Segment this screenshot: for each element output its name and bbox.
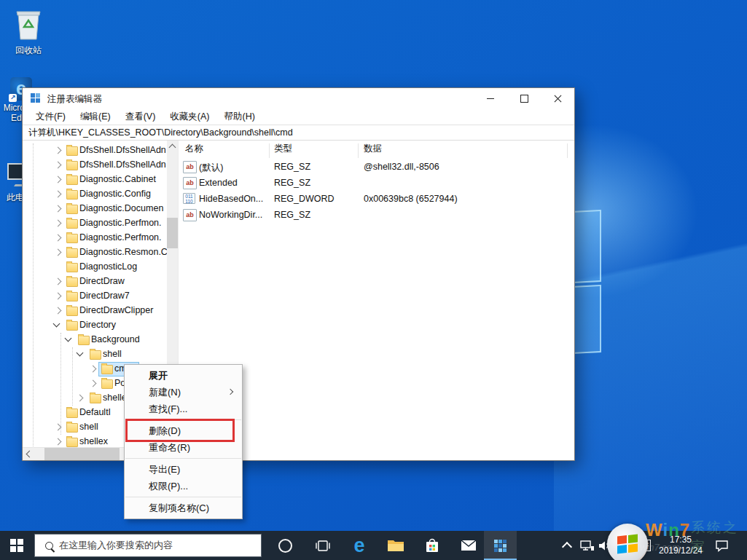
- taskbar-file-explorer-button[interactable]: [384, 531, 407, 560]
- menu-item-export[interactable]: 导出(E): [125, 461, 242, 478]
- cortana-button[interactable]: [274, 531, 296, 560]
- desktop-icon-recycle-bin[interactable]: 回收站: [2, 7, 55, 55]
- taskbar-clock[interactable]: 17:35 2019/12/24: [654, 535, 707, 556]
- tree-item[interactable]: Diagnostic.Resmon.C: [23, 245, 178, 260]
- submenu-arrow-icon: [227, 389, 233, 395]
- column-header-name[interactable]: 名称: [185, 143, 203, 156]
- string-value-icon: ab: [183, 209, 197, 221]
- chevron-right-icon[interactable]: [55, 191, 62, 198]
- folder-icon: [66, 277, 78, 287]
- tree-item[interactable]: DirectDrawClipper: [23, 304, 178, 318]
- tree-item[interactable]: DfsShell.DfsShellAdn: [23, 143, 178, 158]
- tree-item[interactable]: Diagnostic.Documen: [23, 202, 178, 216]
- tree-item[interactable]: Diagnostic.Perfmon.: [23, 216, 178, 231]
- title-bar[interactable]: 注册表编辑器: [23, 88, 574, 109]
- menu-item-copy-key-name[interactable]: 复制项名称(C): [125, 500, 242, 516]
- delete-annotation-red-box: [125, 419, 235, 442]
- chevron-right-icon[interactable]: [55, 293, 62, 300]
- menu-file[interactable]: 文件(F): [28, 111, 73, 123]
- column-header-type[interactable]: 类型: [274, 143, 292, 156]
- value-row[interactable]: ab (默认) REG_SZ @shell32.dll,-8506: [179, 159, 572, 176]
- menu-favorites[interactable]: 收藏夹(A): [163, 111, 216, 123]
- tree-item[interactable]: DirectDraw: [23, 275, 178, 289]
- menu-item-find[interactable]: 查找(F)...: [125, 401, 242, 417]
- chevron-right-icon[interactable]: [55, 176, 62, 184]
- tree-item-label: DirectDraw7: [79, 291, 130, 301]
- column-header-data[interactable]: 数据: [364, 143, 382, 156]
- chevron-right-icon[interactable]: [55, 162, 62, 169]
- chevron-down-icon[interactable]: [77, 350, 84, 357]
- scrollbar-thumb[interactable]: [44, 448, 120, 460]
- taskbar-mail-button[interactable]: [457, 531, 480, 560]
- tray-show-hidden-button[interactable]: [558, 531, 576, 560]
- tree-item[interactable]: DiagnosticLog: [23, 260, 178, 275]
- value-row[interactable]: ab NoWorkingDir... REG_SZ: [179, 208, 572, 224]
- chevron-right-icon[interactable]: [77, 395, 84, 402]
- chevron-right-icon[interactable]: [55, 205, 62, 213]
- desktop-icon-label: 回收站: [2, 45, 55, 55]
- volume-icon: [598, 540, 611, 551]
- tree-item[interactable]: Diagnostic.Perfmon.: [23, 231, 178, 245]
- value-type: REG_SZ: [274, 162, 310, 172]
- chevron-down-icon[interactable]: [53, 320, 60, 328]
- tree-item[interactable]: Diagnostic.Cabinet: [23, 173, 178, 187]
- search-icon: [45, 542, 53, 550]
- column-separator[interactable]: [269, 143, 270, 158]
- chevron-right-icon[interactable]: [55, 424, 62, 431]
- menu-edit[interactable]: 编辑(E): [73, 111, 118, 123]
- tray-ime-pinyin-button[interactable]: 拼: [637, 531, 653, 560]
- address-bar[interactable]: 计算机\HKEY_CLASSES_ROOT\Directory\Backgrou…: [23, 125, 574, 141]
- menu-item-permissions[interactable]: 权限(P)...: [125, 478, 242, 494]
- chevron-down-icon[interactable]: [65, 335, 72, 342]
- scroll-up-icon[interactable]: [169, 144, 176, 151]
- minimize-button[interactable]: [474, 88, 507, 109]
- tray-ime-mode-button[interactable]: 中: [614, 531, 630, 560]
- scrollbar-thumb[interactable]: [167, 218, 178, 248]
- taskbar-store-button[interactable]: [421, 531, 444, 560]
- cortana-icon: [278, 539, 292, 553]
- taskbar-search-input[interactable]: 在这里输入你要搜索的内容: [34, 534, 262, 557]
- chevron-right-icon[interactable]: [55, 220, 62, 227]
- value-data: 0x00639bc8 (6527944): [364, 194, 458, 204]
- tray-network-button[interactable]: [578, 531, 597, 560]
- start-button[interactable]: [0, 531, 34, 560]
- value-row[interactable]: ab Extended REG_SZ: [179, 176, 572, 192]
- folder-icon: [66, 292, 78, 301]
- tree-item[interactable]: DirectDraw7: [23, 289, 178, 304]
- scroll-left-icon[interactable]: [26, 451, 34, 458]
- tree-item-shell[interactable]: shell: [23, 347, 178, 362]
- column-separator[interactable]: [567, 143, 568, 158]
- folder-icon: [90, 350, 101, 360]
- menu-help[interactable]: 帮助(H): [216, 111, 262, 123]
- chevron-right-icon[interactable]: [55, 278, 62, 285]
- task-view-button[interactable]: [312, 531, 334, 560]
- search-placeholder: 在这里输入你要搜索的内容: [59, 539, 173, 552]
- chevron-right-icon[interactable]: [90, 380, 97, 387]
- tree-item-directory[interactable]: Directory: [23, 318, 178, 333]
- menu-item-new[interactable]: 新建(N): [125, 384, 242, 401]
- tray-volume-button[interactable]: [596, 531, 614, 560]
- string-value-icon: ab: [183, 161, 197, 173]
- chevron-right-icon[interactable]: [90, 366, 97, 373]
- tree-item[interactable]: DfsShell.DfsShellAdn: [23, 158, 178, 173]
- column-separator[interactable]: [358, 143, 359, 158]
- action-center-button[interactable]: [711, 531, 732, 560]
- folder-icon: [66, 190, 78, 200]
- tree-item-background[interactable]: Background: [23, 333, 178, 347]
- taskbar-edge-button[interactable]: e: [348, 531, 371, 560]
- maximize-button[interactable]: [507, 88, 541, 109]
- menu-item-expand[interactable]: 展开: [125, 367, 242, 384]
- chevron-right-icon[interactable]: [55, 147, 62, 154]
- value-row[interactable]: 011110 HideBasedOn... REG_DWORD 0x00639b…: [179, 192, 572, 208]
- folder-icon: [101, 365, 113, 374]
- chevron-right-icon[interactable]: [55, 249, 62, 256]
- store-icon: [424, 538, 440, 553]
- menu-view[interactable]: 查看(V): [118, 111, 163, 123]
- chevron-right-icon[interactable]: [55, 234, 62, 242]
- tree-item-label: shell: [103, 349, 122, 359]
- close-button[interactable]: [541, 88, 574, 109]
- tree-item[interactable]: Diagnostic.Config: [23, 187, 178, 202]
- chevron-right-icon[interactable]: [55, 438, 62, 446]
- taskbar-regedit-button-active[interactable]: [484, 531, 517, 560]
- chevron-right-icon[interactable]: [55, 307, 62, 315]
